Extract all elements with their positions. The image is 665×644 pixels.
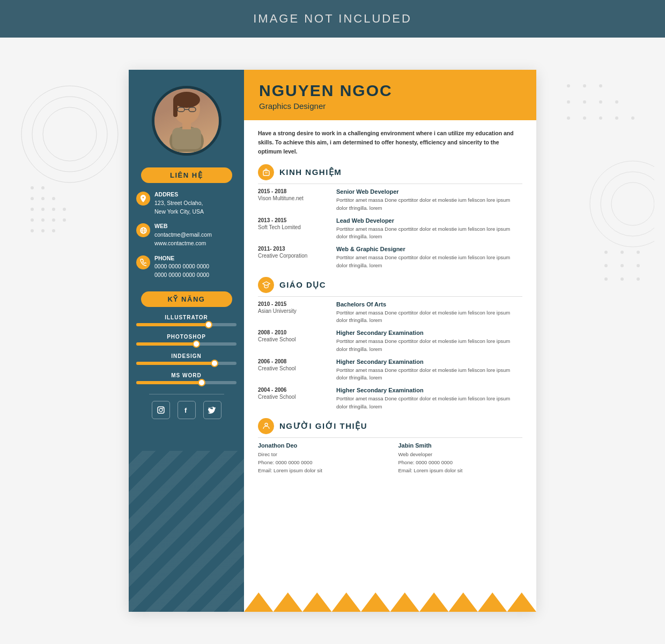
sidebar: LIÊN HỆ ADDRES 123, Street Oclaho, New Y… [129, 70, 244, 612]
svg-point-12 [31, 218, 34, 222]
entry-org: Creative School [258, 336, 328, 342]
entry-org: Creative School [258, 394, 328, 400]
skill-item: MS WORD [136, 372, 237, 384]
referees-icon [258, 418, 274, 434]
experience-section-title: KINH NGHIỆM [279, 167, 342, 177]
skill-name: PHOTOSHOP [136, 334, 237, 340]
applicant-name: NGUYEN NGOC [259, 82, 521, 99]
entry-desc: Porttitor amet massa Done cporttitor dol… [336, 367, 522, 382]
svg-point-25 [615, 100, 618, 104]
entry-date: 2015 - 2018 [258, 188, 328, 194]
web-text: WEB contactme@email.com www.contactme.co… [154, 222, 212, 247]
education-icon [258, 277, 274, 293]
svg-point-24 [599, 100, 602, 104]
background-wrap: LIÊN HỆ ADDRES 123, Street Oclaho, New Y… [0, 38, 665, 644]
address-item: ADDRES 123, Street Oclaho, New York City… [136, 191, 237, 216]
skill-bar-fill [136, 323, 209, 326]
experience-entry: 2011- 2013 Creative Corporation Web & Gr… [258, 246, 522, 269]
skill-dot [211, 360, 218, 367]
experience-entry: 2015 - 2018 Vison Multitune.net Senior W… [258, 188, 522, 212]
svg-point-6 [41, 197, 45, 200]
referee-info: Web developerPhone: 0000 0000 0000Email:… [398, 450, 523, 475]
referee-name: Jabin Smith [398, 442, 523, 449]
banner-text: IMAGE NOT INCLUDED [253, 12, 412, 26]
address-text: ADDRES 123, Street Oclaho, New York City… [154, 191, 204, 216]
svg-point-11 [63, 208, 66, 211]
avatar-image [154, 89, 219, 153]
objective-text: Have a strong desire to work in a challe… [258, 129, 522, 156]
phone-icon [136, 255, 150, 269]
svg-point-3 [31, 186, 34, 189]
svg-point-23 [583, 100, 586, 104]
svg-point-40 [604, 277, 608, 281]
referees-section-title: NGƯỜI GIỚI THIỆU [279, 421, 367, 431]
svg-point-32 [601, 172, 654, 236]
svg-point-33 [611, 182, 654, 225]
svg-point-7 [52, 197, 55, 200]
entry-org: Soft Tech Lomited [258, 224, 328, 230]
entry-desc: Porttitor amet massa Done cporttitor dol… [336, 196, 522, 212]
experience-section-heading: KINH NGHIỆM [258, 164, 522, 184]
education-section-title: GIÁO DỤC [279, 280, 326, 290]
svg-point-9 [41, 208, 45, 211]
svg-point-20 [583, 84, 586, 87]
entry-title: Lead Web Developer [336, 217, 522, 224]
skill-dot [198, 379, 205, 386]
main-content: NGUYEN NGOC Graphics Designer Have a str… [244, 70, 536, 612]
experience-entries: 2015 - 2018 Vison Multitune.net Senior W… [258, 188, 522, 269]
svg-point-34 [604, 251, 608, 254]
entry-date: 2006 - 2008 [258, 358, 328, 364]
skill-name: MS WORD [136, 372, 237, 378]
svg-point-39 [637, 264, 640, 267]
applicant-title: Graphics Designer [259, 101, 521, 111]
svg-point-38 [620, 264, 624, 267]
skill-bar-fill [136, 381, 202, 384]
deco-circles-left [16, 80, 123, 241]
entry-title: Higher Secondary Examination [336, 330, 522, 336]
svg-rect-48 [182, 121, 191, 129]
svg-point-30 [631, 116, 634, 120]
facebook-icon[interactable]: f [178, 401, 196, 419]
svg-text:f: f [184, 406, 187, 414]
contact-section-label: LIÊN HỆ [141, 167, 232, 183]
top-banner: IMAGE NOT INCLUDED [0, 0, 665, 38]
skill-dot [193, 340, 200, 348]
entry-org: Vison Multitune.net [258, 195, 328, 201]
skill-bar-fill [136, 342, 196, 346]
svg-point-16 [31, 229, 34, 232]
entry-title: Higher Secondary Examination [336, 358, 522, 365]
instagram-icon[interactable] [152, 401, 170, 419]
svg-point-14 [52, 218, 55, 222]
svg-point-5 [31, 197, 34, 200]
experience-entry: 2013 - 2015 Soft Tech Lomited Lead Web D… [258, 217, 522, 241]
skill-bar-fill [136, 362, 215, 365]
skill-dot [205, 321, 212, 328]
svg-rect-47 [172, 128, 201, 149]
svg-point-37 [604, 264, 608, 267]
referee-item: Jonathon Deo Direc torPhone: 0000 0000 0… [258, 442, 382, 475]
svg-point-28 [599, 116, 602, 120]
svg-point-10 [52, 208, 55, 211]
entry-title: Higher Secondary Examination [336, 387, 522, 393]
name-header: NGUYEN NGOC Graphics Designer [244, 70, 536, 120]
skill-items: ILLUSTRATOR PHOTOSHOP INDESIGN MS WORD [129, 314, 244, 384]
bottom-zigzag [244, 592, 536, 612]
education-entry: 2008 - 2010 Creative School Higher Secon… [258, 330, 522, 353]
skill-name: ILLUSTRATOR [136, 314, 237, 320]
resume-card: LIÊN HỆ ADDRES 123, Street Oclaho, New Y… [129, 70, 536, 612]
entry-desc: Porttitor amet massa Done cporttitor dol… [336, 338, 522, 353]
entry-date: 2011- 2013 [258, 246, 328, 252]
entry-org: Creative Corporation [258, 253, 328, 259]
referee-item: Jabin Smith Web developerPhone: 0000 000… [398, 442, 523, 475]
entry-date: 2013 - 2015 [258, 217, 328, 223]
entry-title: Web & Graphic Designer [336, 246, 522, 252]
svg-point-41 [620, 277, 624, 281]
svg-point-42 [637, 277, 640, 281]
skills-section-label: KỸ NĂNG [141, 291, 232, 307]
twitter-icon[interactable] [203, 401, 221, 419]
svg-point-2 [43, 107, 97, 161]
svg-point-21 [599, 84, 602, 87]
contact-items: ADDRES 123, Street Oclaho, New York City… [129, 191, 244, 280]
avatar [152, 86, 221, 156]
skill-name: INDESIGN [136, 353, 237, 359]
